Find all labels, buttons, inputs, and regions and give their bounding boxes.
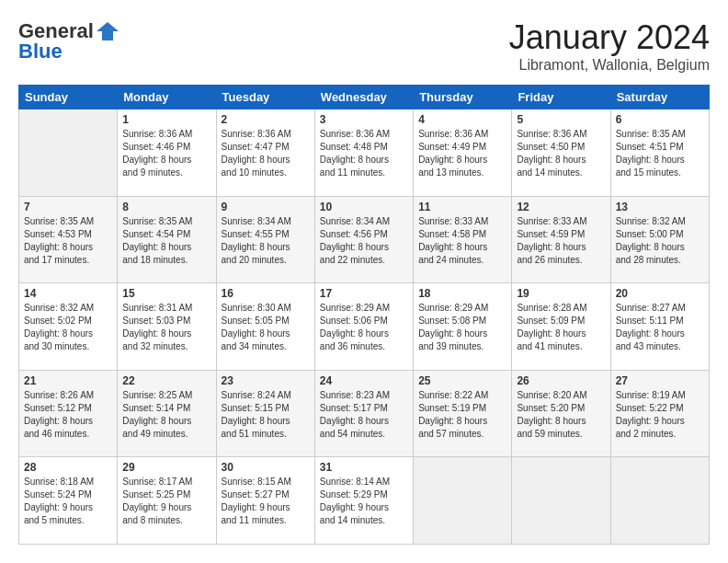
day-info: Sunrise: 8:28 AMSunset: 5:09 PMDaylight:… [517,302,605,353]
day-info: Sunrise: 8:26 AMSunset: 5:12 PMDaylight:… [24,389,112,441]
day-number: 18 [418,287,506,300]
day-cell: 13Sunrise: 8:32 AMSunset: 5:00 PMDayligh… [610,196,709,283]
day-cell [610,457,709,545]
day-number: 15 [122,287,210,300]
day-cell: 11Sunrise: 8:33 AMSunset: 4:58 PMDayligh… [414,196,512,283]
day-info: Sunrise: 8:27 AMSunset: 5:11 PMDaylight:… [616,302,704,353]
day-cell: 3Sunrise: 8:36 AMSunset: 4:48 PMDaylight… [314,109,413,197]
day-number: 2 [222,113,310,126]
location: Libramont, Wallonia, Belgium [509,57,710,74]
day-number: 21 [24,374,112,387]
day-info: Sunrise: 8:32 AMSunset: 5:02 PMDaylight:… [24,302,112,353]
day-info: Sunrise: 8:36 AMSunset: 4:50 PMDaylight:… [517,128,605,179]
day-number: 3 [320,113,408,126]
day-info: Sunrise: 8:17 AMSunset: 5:25 PMDaylight:… [122,476,210,527]
weekday-header-wednesday: Wednesday [314,86,413,109]
day-cell: 15Sunrise: 8:31 AMSunset: 5:03 PMDayligh… [118,283,216,371]
logo-bird-icon [95,18,120,44]
weekday-header-tuesday: Tuesday [216,86,314,109]
day-info: Sunrise: 8:23 AMSunset: 5:17 PMDaylight:… [320,389,408,441]
day-number: 7 [24,201,112,213]
day-number: 11 [418,201,506,213]
day-number: 23 [222,374,310,387]
day-number: 27 [616,374,704,387]
day-info: Sunrise: 8:36 AMSunset: 4:47 PMDaylight:… [222,128,310,179]
week-row-5: 28Sunrise: 8:18 AMSunset: 5:24 PMDayligh… [19,457,710,545]
day-info: Sunrise: 8:18 AMSunset: 5:24 PMDaylight:… [24,476,112,527]
day-cell: 12Sunrise: 8:33 AMSunset: 4:59 PMDayligh… [512,196,610,283]
logo-text: General Blue [18,18,121,63]
day-info: Sunrise: 8:29 AMSunset: 5:08 PMDaylight:… [418,302,506,353]
day-info: Sunrise: 8:14 AMSunset: 5:29 PMDaylight:… [320,476,408,527]
day-number: 12 [517,201,605,213]
week-row-3: 14Sunrise: 8:32 AMSunset: 5:02 PMDayligh… [19,283,710,371]
day-cell: 25Sunrise: 8:22 AMSunset: 5:19 PMDayligh… [414,370,512,457]
day-cell: 27Sunrise: 8:19 AMSunset: 5:22 PMDayligh… [610,370,709,457]
day-number: 8 [122,201,210,213]
day-cell: 8Sunrise: 8:35 AMSunset: 4:54 PMDaylight… [118,196,216,283]
weekday-header-friday: Friday [512,86,610,109]
day-number: 17 [320,287,408,300]
svg-marker-0 [97,22,119,40]
day-cell: 23Sunrise: 8:24 AMSunset: 5:15 PMDayligh… [216,370,314,457]
day-cell: 26Sunrise: 8:20 AMSunset: 5:20 PMDayligh… [512,370,610,457]
day-cell [19,109,118,197]
day-number: 5 [517,113,605,126]
day-number: 20 [616,287,704,300]
weekday-header-row: SundayMondayTuesdayWednesdayThursdayFrid… [19,86,710,109]
day-info: Sunrise: 8:30 AMSunset: 5:05 PMDaylight:… [222,302,310,353]
day-number: 14 [24,287,112,300]
weekday-header-monday: Monday [118,86,216,109]
day-cell: 14Sunrise: 8:32 AMSunset: 5:02 PMDayligh… [19,283,118,371]
day-number: 6 [616,113,704,126]
week-row-1: 1Sunrise: 8:36 AMSunset: 4:46 PMDaylight… [19,109,710,197]
title-block: January 2024 Libramont, Wallonia, Belgiu… [509,18,710,74]
day-info: Sunrise: 8:33 AMSunset: 4:59 PMDaylight:… [517,215,605,267]
day-cell: 4Sunrise: 8:36 AMSunset: 4:49 PMDaylight… [414,109,512,197]
day-cell: 29Sunrise: 8:17 AMSunset: 5:25 PMDayligh… [118,457,216,545]
day-cell: 2Sunrise: 8:36 AMSunset: 4:47 PMDaylight… [216,109,314,197]
day-number: 26 [517,374,605,387]
day-info: Sunrise: 8:36 AMSunset: 4:49 PMDaylight:… [418,128,506,179]
day-info: Sunrise: 8:31 AMSunset: 5:03 PMDaylight:… [122,302,210,353]
day-number: 31 [320,461,408,474]
day-number: 19 [517,287,605,300]
day-number: 16 [222,287,310,300]
day-number: 10 [320,201,408,213]
day-info: Sunrise: 8:33 AMSunset: 4:58 PMDaylight:… [418,215,506,267]
day-number: 28 [24,461,112,474]
day-number: 22 [122,374,210,387]
day-cell: 1Sunrise: 8:36 AMSunset: 4:46 PMDaylight… [118,109,216,197]
day-cell: 28Sunrise: 8:18 AMSunset: 5:24 PMDayligh… [19,457,118,545]
day-cell: 30Sunrise: 8:15 AMSunset: 5:27 PMDayligh… [216,457,314,545]
day-info: Sunrise: 8:35 AMSunset: 4:54 PMDaylight:… [122,215,210,267]
day-number: 29 [122,461,210,474]
weekday-header-sunday: Sunday [19,86,118,109]
header: General Blue January 2024 Libramont, Wal… [18,18,710,74]
day-info: Sunrise: 8:35 AMSunset: 4:51 PMDaylight:… [616,128,704,179]
day-number: 30 [222,461,310,474]
day-cell: 22Sunrise: 8:25 AMSunset: 5:14 PMDayligh… [118,370,216,457]
day-info: Sunrise: 8:22 AMSunset: 5:19 PMDaylight:… [418,389,506,441]
day-cell: 5Sunrise: 8:36 AMSunset: 4:50 PMDaylight… [512,109,610,197]
day-cell: 7Sunrise: 8:35 AMSunset: 4:53 PMDaylight… [19,196,118,283]
day-cell: 18Sunrise: 8:29 AMSunset: 5:08 PMDayligh… [414,283,512,371]
day-cell: 9Sunrise: 8:34 AMSunset: 4:55 PMDaylight… [216,196,314,283]
day-info: Sunrise: 8:36 AMSunset: 4:48 PMDaylight:… [320,128,408,179]
day-info: Sunrise: 8:35 AMSunset: 4:53 PMDaylight:… [24,215,112,267]
weekday-header-saturday: Saturday [610,86,709,109]
week-row-2: 7Sunrise: 8:35 AMSunset: 4:53 PMDaylight… [19,196,710,283]
day-info: Sunrise: 8:19 AMSunset: 5:22 PMDaylight:… [616,389,704,441]
day-cell: 24Sunrise: 8:23 AMSunset: 5:17 PMDayligh… [314,370,413,457]
day-cell: 16Sunrise: 8:30 AMSunset: 5:05 PMDayligh… [216,283,314,371]
day-info: Sunrise: 8:25 AMSunset: 5:14 PMDaylight:… [122,389,210,441]
week-row-4: 21Sunrise: 8:26 AMSunset: 5:12 PMDayligh… [19,370,710,457]
day-number: 25 [418,374,506,387]
day-cell [414,457,512,545]
day-cell: 10Sunrise: 8:34 AMSunset: 4:56 PMDayligh… [314,196,413,283]
day-cell: 31Sunrise: 8:14 AMSunset: 5:29 PMDayligh… [314,457,413,545]
day-info: Sunrise: 8:24 AMSunset: 5:15 PMDaylight:… [222,389,310,441]
day-cell: 17Sunrise: 8:29 AMSunset: 5:06 PMDayligh… [314,283,413,371]
weekday-header-thursday: Thursday [414,86,512,109]
day-info: Sunrise: 8:29 AMSunset: 5:06 PMDaylight:… [320,302,408,353]
